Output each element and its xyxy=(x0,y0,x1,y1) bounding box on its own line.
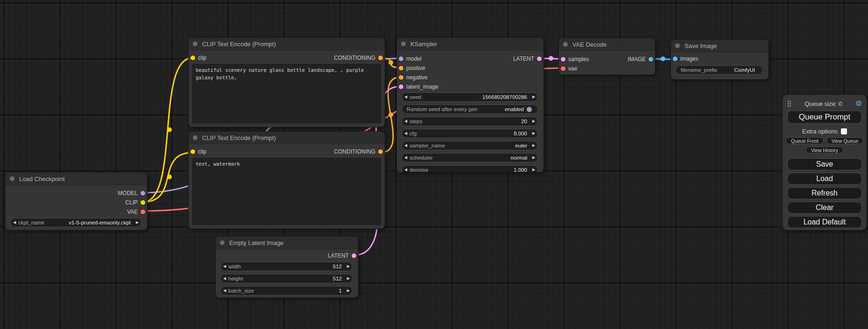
widget-label: Random seed after every gen xyxy=(407,106,478,112)
collapse-dot-icon[interactable] xyxy=(193,135,198,140)
link-midpoint-dot[interactable] xyxy=(661,56,665,61)
sampler-name-widget[interactable]: ◀ sampler_name euler ▶ xyxy=(402,141,538,150)
node-titlebar[interactable]: KSampler xyxy=(397,38,543,50)
view-history-button[interactable]: View History xyxy=(806,147,843,154)
output-dot-conditioning[interactable] xyxy=(378,149,383,154)
load-button[interactable]: Load xyxy=(787,173,862,185)
left-arrow-icon[interactable]: ◀ xyxy=(221,274,228,283)
extra-options-checkbox[interactable] xyxy=(841,128,847,134)
slot-label-clip: clip xyxy=(198,148,206,155)
slot-label-image: IMAGE xyxy=(628,56,646,63)
settings-gear-icon[interactable]: ⚙ xyxy=(855,100,862,107)
input-dot-images[interactable] xyxy=(673,56,677,61)
positive-prompt-textarea[interactable]: beautiful scenery nature glass bottle la… xyxy=(192,64,381,123)
cfg-widget[interactable]: ◀ cfg 8.000 ▶ xyxy=(402,129,538,138)
collapse-dot-icon[interactable] xyxy=(193,42,198,46)
left-arrow-icon[interactable]: ◀ xyxy=(402,129,409,138)
link-midpoint-dot[interactable] xyxy=(167,175,172,179)
right-arrow-icon[interactable]: ▶ xyxy=(530,166,537,172)
left-arrow-icon[interactable]: ◀ xyxy=(11,218,18,227)
random-seed-toggle-widget[interactable]: Random seed after every gen enabled xyxy=(402,105,538,114)
node-clip-text-encode-negative[interactable]: CLIP Text Encode (Prompt) clip CONDITION… xyxy=(189,132,385,229)
node-clip-text-encode-positive[interactable]: CLIP Text Encode (Prompt) clip CONDITION… xyxy=(189,38,385,127)
node-vae-decode[interactable]: VAE Decode samples IMAGE vae xyxy=(559,38,655,75)
drag-handle-icon[interactable] xyxy=(787,100,791,107)
widget-value: 156680208700286 xyxy=(421,94,530,100)
scheduler-widget[interactable]: ◀ scheduler normal ▶ xyxy=(402,153,538,162)
clear-button[interactable]: Clear xyxy=(787,202,862,214)
widget-label: filename_prefix xyxy=(681,67,717,73)
input-dot-latent-image[interactable] xyxy=(399,84,403,89)
right-arrow-icon[interactable]: ▶ xyxy=(530,154,537,162)
left-arrow-icon[interactable]: ◀ xyxy=(402,154,409,162)
output-dot-model[interactable] xyxy=(141,191,145,196)
right-arrow-icon[interactable]: ▶ xyxy=(530,129,537,138)
ckpt-name-widget[interactable]: ◀ ckpt_name v1-5-pruned-emaonly.ckpt ▶ xyxy=(10,218,141,227)
node-empty-latent-image[interactable]: Empty Latent Image LATENT ◀ width 512 ▶ … xyxy=(216,237,358,298)
node-titlebar[interactable]: VAE Decode xyxy=(559,38,655,51)
right-arrow-icon[interactable]: ▶ xyxy=(134,218,141,227)
widget-value: normal xyxy=(433,155,530,161)
output-dot-latent[interactable] xyxy=(537,56,542,61)
left-arrow-icon[interactable]: ◀ xyxy=(402,141,409,150)
input-dot-samples[interactable] xyxy=(561,57,565,62)
filename-prefix-widget[interactable]: filename_prefix ComfyUI xyxy=(676,65,763,75)
width-widget[interactable]: ◀ width 512 ▶ xyxy=(220,262,353,271)
node-titlebar[interactable]: Save Image xyxy=(671,40,769,52)
node-ksampler[interactable]: KSampler model LATENT positive negative … xyxy=(397,38,543,172)
left-arrow-icon[interactable]: ◀ xyxy=(402,166,409,172)
collapse-dot-icon[interactable] xyxy=(220,240,225,245)
widget-value: 512 xyxy=(243,276,345,281)
node-save-image[interactable]: Save Image images filename_prefix ComfyU… xyxy=(671,40,769,79)
link-midpoint-dot[interactable] xyxy=(167,127,172,132)
output-dot-latent[interactable] xyxy=(352,253,356,258)
input-dot-vae[interactable] xyxy=(561,66,565,71)
node-titlebar[interactable]: CLIP Text Encode (Prompt) xyxy=(189,132,385,144)
seed-widget[interactable]: ◀ seed 156680208700286 ▶ xyxy=(402,92,538,102)
negative-prompt-textarea[interactable]: text, watermark xyxy=(192,158,381,225)
load-default-button[interactable]: Load Default xyxy=(787,216,862,228)
left-arrow-icon[interactable]: ◀ xyxy=(221,262,228,271)
right-arrow-icon[interactable]: ▶ xyxy=(345,274,352,283)
output-dot-conditioning[interactable] xyxy=(378,56,383,60)
node-titlebar[interactable]: CLIP Text Encode (Prompt) xyxy=(189,38,385,50)
left-arrow-icon[interactable]: ◀ xyxy=(402,117,409,126)
slot-label-negative: negative xyxy=(406,74,427,81)
collapse-dot-icon[interactable] xyxy=(10,176,14,181)
right-arrow-icon[interactable]: ▶ xyxy=(530,141,537,150)
link-midpoint-dot[interactable] xyxy=(388,60,393,65)
save-button[interactable]: Save xyxy=(787,158,862,170)
link-midpoint-dot[interactable] xyxy=(549,56,553,61)
right-arrow-icon[interactable]: ▶ xyxy=(530,117,537,126)
queue-prompt-button[interactable]: Queue Prompt xyxy=(787,111,862,124)
input-dot-clip[interactable] xyxy=(191,149,195,154)
input-dot-positive[interactable] xyxy=(399,66,403,70)
right-arrow-icon[interactable]: ▶ xyxy=(530,93,537,101)
link-midpoint-dot[interactable] xyxy=(388,112,393,117)
batch-size-widget[interactable]: ◀ batch_size 1 ▶ xyxy=(220,286,353,295)
collapse-dot-icon[interactable] xyxy=(563,42,568,47)
node-titlebar[interactable]: Empty Latent Image xyxy=(216,237,358,249)
toggle-on-icon[interactable] xyxy=(527,107,532,112)
steps-widget[interactable]: ◀ steps 20 ▶ xyxy=(402,117,538,126)
collapse-dot-icon[interactable] xyxy=(675,43,680,48)
node-titlebar[interactable]: Load Checkpoint xyxy=(6,173,147,185)
node-graph-canvas[interactable]: CLIP Text Encode (Prompt) clip CONDITION… xyxy=(0,0,868,329)
output-dot-vae[interactable] xyxy=(141,210,145,214)
left-arrow-icon[interactable]: ◀ xyxy=(402,93,409,101)
height-widget[interactable]: ◀ height 512 ▶ xyxy=(220,274,353,283)
output-dot-clip[interactable] xyxy=(141,200,145,205)
collapse-dot-icon[interactable] xyxy=(401,42,406,46)
left-arrow-icon[interactable]: ◀ xyxy=(221,287,228,295)
output-dot-image[interactable] xyxy=(649,57,653,62)
node-load-checkpoint[interactable]: Load Checkpoint MODEL CLIP VAE ◀ ckpt_na… xyxy=(6,173,147,230)
right-arrow-icon[interactable]: ▶ xyxy=(345,287,352,295)
right-arrow-icon[interactable]: ▶ xyxy=(345,262,352,271)
input-dot-model[interactable] xyxy=(399,56,403,61)
input-dot-clip[interactable] xyxy=(191,56,195,60)
refresh-button[interactable]: Refresh xyxy=(787,187,862,199)
queue-front-button[interactable]: Queue Front xyxy=(786,137,824,144)
denoise-widget[interactable]: ◀ denoise 1.000 ▶ xyxy=(402,165,538,172)
view-queue-button[interactable]: View Queue xyxy=(826,137,863,144)
input-dot-negative[interactable] xyxy=(399,75,403,80)
